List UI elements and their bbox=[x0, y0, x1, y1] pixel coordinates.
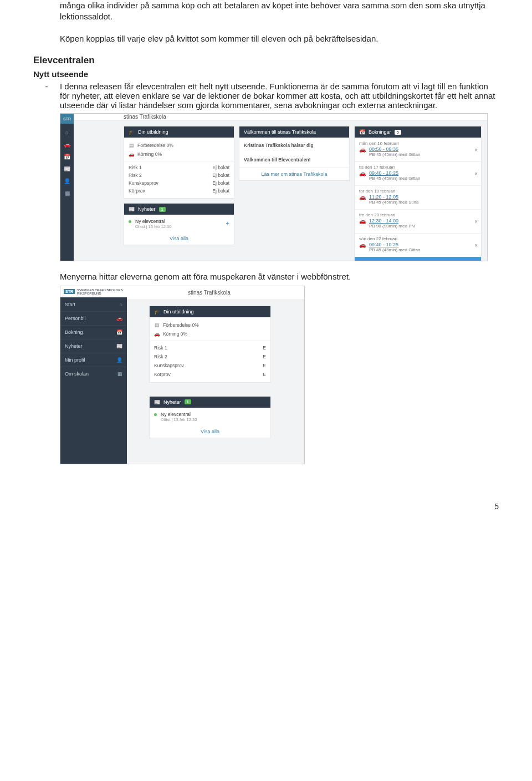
booking-time[interactable]: 09:40 - 10:25 bbox=[369, 242, 420, 247]
booking-item[interactable]: tor den 19 februari 🚗11:20 - 12:05PB 45 … bbox=[355, 185, 481, 209]
menu-start[interactable]: Start⌂ bbox=[60, 297, 127, 311]
logo-badge: STR bbox=[64, 289, 75, 294]
panel-education: 🎓Din utbildning ▤Förberedelse 0% 🚗Körnin… bbox=[149, 306, 271, 383]
test-row: Risk 2Ej bokat bbox=[129, 171, 229, 179]
user-icon[interactable]: 👤 bbox=[64, 178, 70, 185]
menu-om-skolan[interactable]: Om skolan▦ bbox=[60, 367, 127, 381]
progress-preparation: Förberedelse 0% bbox=[163, 322, 199, 328]
booking-item[interactable]: sön den 22 februari 🚗09:40 - 10:25PB 45 … bbox=[355, 233, 481, 257]
calendar-icon: 📅 bbox=[116, 329, 122, 335]
car-booking-icon: 🚗 bbox=[359, 242, 366, 248]
car-booking-icon: 🚗 bbox=[359, 218, 366, 224]
home-icon: ⌂ bbox=[120, 302, 122, 307]
heading-elevcentralen: Elevcentralen bbox=[33, 54, 499, 67]
news-title: Ny elevcentral bbox=[161, 412, 266, 417]
unread-dot-icon bbox=[154, 413, 157, 416]
menu-nyheter[interactable]: Nyheter📰 bbox=[60, 339, 127, 353]
booking-detail: PB 45 (45min) med Gittan bbox=[369, 247, 420, 252]
about-icon[interactable]: ▦ bbox=[64, 190, 70, 197]
news-count-badge: 1 bbox=[159, 207, 166, 212]
panel-bookings: 📅Bokningar5 mån den 16 februari 🚗08:50 -… bbox=[354, 126, 482, 261]
menu-bokning[interactable]: Bokning📅 bbox=[60, 325, 127, 339]
test-row: Risk 2E bbox=[154, 352, 266, 361]
read-more-link[interactable]: Läs mer om stinas Trafikskola bbox=[261, 171, 327, 177]
graduation-icon: 🎓 bbox=[129, 129, 135, 135]
user-icon: 👤 bbox=[116, 357, 122, 363]
school-title: stinas Trafikskola bbox=[127, 286, 304, 300]
calendar-icon[interactable]: 📅 bbox=[64, 154, 70, 160]
car-icon[interactable]: 🚗 bbox=[64, 141, 70, 148]
bookings-heading: Bokningar bbox=[369, 129, 391, 135]
panel-education: 🎓Din utbildning ▤Förberedelse 0% 🚗Körnin… bbox=[124, 126, 234, 199]
booking-detail: PB 45 (45min) med Gittan bbox=[369, 176, 420, 181]
test-row: KunskapsprovE bbox=[154, 361, 266, 370]
booking-date: sön den 22 februari bbox=[359, 236, 477, 241]
welcome-line1: Kristinas Trafikskola hälsar dig bbox=[244, 141, 345, 150]
test-row: KörprovE bbox=[154, 370, 266, 379]
car-small-icon: 🚗 bbox=[154, 331, 160, 337]
news-item[interactable]: Ny elevcentral Oläst | 13 feb 12:30 bbox=[150, 408, 270, 425]
menu-min-profil[interactable]: Min profil👤 bbox=[60, 353, 127, 367]
panel-news: 📰Nyheter1 Ny elevcentral Oläst | 13 feb … bbox=[124, 203, 234, 245]
screenshot-elevcentral-menu: STR SVERIGES TRAFIKSKOLORS RIKSFÖRBUND S… bbox=[60, 286, 305, 464]
paragraph-3: Menyerna hittar eleverna genom att föra … bbox=[60, 271, 499, 282]
car-icon: 🚗 bbox=[116, 316, 122, 321]
booking-time[interactable]: 08:50 - 09:35 bbox=[369, 146, 420, 152]
menu-personbil[interactable]: Personbil🚗 bbox=[60, 311, 127, 325]
booking-detail: PB 90 (90min) med PN bbox=[369, 224, 415, 229]
booking-item[interactable]: tis den 17 februari 🚗09:40 - 10:25PB 45 … bbox=[355, 161, 481, 185]
screenshot-elevcentral-overview: STR ⌂ 🚗 📅 📰 👤 ▦ stinas Trafikskola 🎓Din … bbox=[60, 113, 488, 261]
panel-welcome: Välkommen till stinas Trafikskola Kristi… bbox=[239, 126, 350, 181]
cancel-booking-icon[interactable]: × bbox=[474, 147, 478, 153]
news-icon[interactable]: 📰 bbox=[64, 166, 70, 173]
test-row: Risk 1Ej bokat bbox=[129, 164, 229, 171]
bullet-dash: - bbox=[33, 82, 60, 110]
booking-item[interactable]: fre den 20 februari 🚗12:30 - 14:00PB 90 … bbox=[355, 209, 481, 233]
bullet-text-1: I denna releasen får elevcentralen ett h… bbox=[60, 82, 499, 110]
sidebar-collapsed: STR ⌂ 🚗 📅 📰 👤 ▦ bbox=[60, 114, 74, 261]
new-booking-button[interactable]: Boka ny lektion bbox=[355, 257, 481, 261]
show-all-link[interactable]: Visa alla bbox=[201, 429, 219, 434]
news-panel-icon: 📰 bbox=[154, 399, 160, 405]
home-icon[interactable]: ⌂ bbox=[64, 129, 70, 136]
progress-driving: Körning 0% bbox=[163, 331, 187, 337]
news-panel-icon: 📰 bbox=[129, 206, 135, 212]
news-heading: Nyheter bbox=[138, 206, 156, 212]
education-heading: Din utbildning bbox=[138, 129, 168, 135]
test-row: KörprovEj bokat bbox=[129, 187, 229, 195]
page-number: 5 bbox=[0, 496, 532, 522]
booking-item[interactable]: mån den 16 februari 🚗08:50 - 09:35PB 45 … bbox=[355, 138, 481, 161]
paragraph-2: Köpen kopplas till varje elev på kvittot… bbox=[60, 33, 499, 44]
car-booking-icon: 🚗 bbox=[359, 170, 366, 176]
booking-detail: PB 45 (45min) med Stina bbox=[369, 200, 418, 205]
calendar-panel-icon: 📅 bbox=[359, 129, 365, 135]
logo-full: STR SVERIGES TRAFIKSKOLORS RIKSFÖRBUND bbox=[60, 286, 127, 297]
news-count-badge: 1 bbox=[185, 399, 191, 404]
booking-date: mån den 16 februari bbox=[359, 141, 477, 146]
paragraph-1: många olika individer på samma köp och a… bbox=[60, 0, 499, 22]
booking-date: fre den 20 februari bbox=[359, 212, 477, 217]
car-booking-icon: 🚗 bbox=[359, 194, 366, 200]
graduation-icon: 🎓 bbox=[154, 309, 160, 315]
car-small-icon: 🚗 bbox=[129, 151, 134, 157]
expand-icon[interactable]: + bbox=[226, 220, 229, 226]
cancel-booking-icon[interactable]: × bbox=[474, 219, 478, 225]
welcome-line2: Välkommen till Elevcentralen! bbox=[244, 155, 345, 164]
logo-text: SVERIGES TRAFIKSKOLORS RIKSFÖRBUND bbox=[77, 288, 124, 295]
booking-time[interactable]: 11:20 - 12:05 bbox=[369, 194, 418, 200]
news-subtitle: Oläst | 13 feb 12:30 bbox=[135, 224, 229, 229]
news-title: Ny elevcentral bbox=[135, 219, 229, 224]
booking-date: tor den 19 februari bbox=[359, 189, 477, 194]
cancel-booking-icon[interactable]: × bbox=[474, 242, 478, 248]
show-all-link[interactable]: Visa alla bbox=[170, 236, 188, 241]
booking-detail: PB 45 (45min) med Gittan bbox=[369, 152, 420, 157]
booking-time[interactable]: 09:40 - 10:25 bbox=[369, 170, 420, 176]
news-item[interactable]: Ny elevcentral Oläst | 13 feb 12:30 + bbox=[124, 215, 234, 232]
news-subtitle: Oläst | 13 feb 12:30 bbox=[161, 417, 266, 422]
logo-str: STR bbox=[60, 114, 74, 124]
progress-preparation: Förberedelse 0% bbox=[137, 143, 173, 148]
panel-news: 📰Nyheter1 Ny elevcentral Oläst | 13 feb … bbox=[149, 396, 271, 438]
booking-time[interactable]: 12:30 - 14:00 bbox=[369, 218, 415, 224]
cancel-booking-icon[interactable]: × bbox=[474, 171, 478, 177]
bookings-count-badge: 5 bbox=[395, 130, 401, 135]
